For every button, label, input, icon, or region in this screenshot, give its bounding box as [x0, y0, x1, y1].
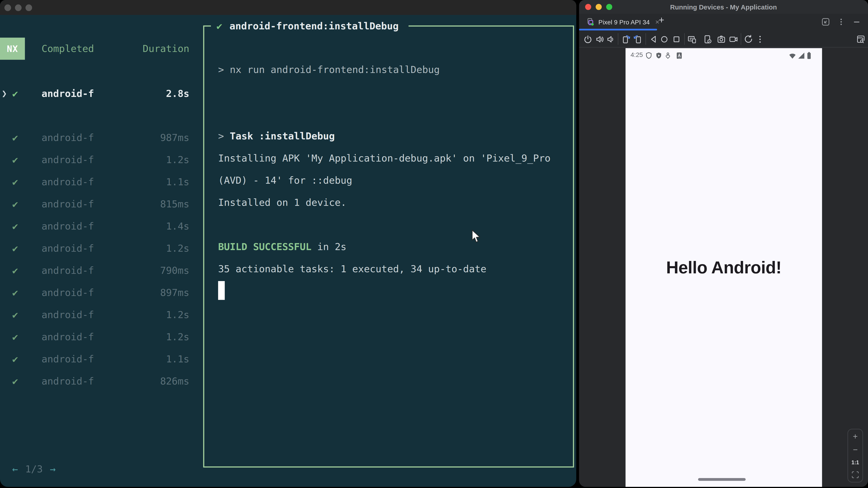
float-window-icon[interactable] — [822, 18, 830, 26]
more-options-icon[interactable] — [755, 34, 765, 44]
terminal-titlebar[interactable] — [0, 0, 576, 15]
task-duration: 2.8s — [166, 88, 189, 99]
task-name: android-f — [41, 154, 94, 165]
output-line: > Task :installDebug — [218, 125, 569, 147]
terminal-window: NX Completed Duration ❯ ✔ android-f 2.8s… — [0, 0, 576, 487]
minimize-window-icon[interactable] — [15, 4, 22, 11]
tab-label: Pixel 9 Pro API 34 — [598, 19, 650, 25]
device-toolbar — [579, 31, 868, 47]
task-row[interactable]: ✔ android-f 897ms — [0, 282, 194, 304]
check-icon: ✔ — [12, 243, 18, 254]
task-row[interactable]: ✔ android-f 1.1s — [0, 348, 194, 370]
task-row[interactable]: ✔ android-f 1.2s — [0, 304, 194, 326]
a-box-icon — [676, 52, 682, 59]
zoom-window-icon[interactable] — [26, 4, 32, 11]
check-icon: ✔ — [12, 354, 18, 365]
output-line — [218, 81, 569, 103]
tab-pixel-9-pro-api-34[interactable]: Pixel 9 Pro API 34 × — [579, 14, 659, 30]
task-name: android-f — [41, 265, 94, 276]
zoom-and-pan-icon[interactable] — [856, 34, 866, 44]
task-row-selected[interactable]: ❯ ✔ android-f 2.8s — [0, 83, 194, 105]
task-output-panel: ✔ android-frontend:installDebug > nx run… — [203, 26, 574, 468]
task-row[interactable]: ✔ android-f 826ms — [0, 370, 194, 392]
home-icon[interactable] — [659, 34, 669, 44]
emulator-display-area: 4:25 — [579, 48, 868, 487]
task-row[interactable]: ✔ android-f 815ms — [0, 193, 194, 215]
task-duration: 826ms — [160, 376, 189, 387]
task-duration: 1.2s — [166, 243, 189, 254]
actual-size-button[interactable]: 1:1 — [851, 459, 859, 465]
close-window-icon[interactable] — [4, 4, 11, 11]
task-row[interactable]: ✔ android-f 1.2s — [0, 326, 194, 348]
task-name: android-f — [41, 376, 94, 387]
output-line: Installing APK 'My Application-debug.apk… — [218, 147, 569, 169]
app-greeting-text: Hello Android! — [625, 258, 822, 278]
task-name: android-f — [41, 199, 94, 210]
task-duration: 897ms — [160, 287, 189, 298]
power-icon[interactable] — [583, 34, 593, 44]
task-duration: 815ms — [160, 199, 189, 210]
next-page-button[interactable]: → — [50, 464, 56, 475]
output-line: > nx run android-frontend:installDebug — [218, 59, 569, 81]
desktop: NX Completed Duration ❯ ✔ android-f 2.8s… — [0, 0, 868, 488]
task-duration: 987ms — [160, 132, 189, 143]
record-screen-icon[interactable] — [728, 34, 739, 44]
task-duration: 790ms — [160, 265, 189, 276]
volume-down-icon[interactable] — [606, 34, 616, 44]
output-line — [218, 103, 569, 125]
wifi-icon — [789, 52, 796, 59]
terminal-output[interactable]: > nx run android-frontend:installDebug> … — [218, 59, 569, 302]
task-row[interactable]: ✔ android-f 1.2s — [0, 149, 194, 171]
hide-icon[interactable] — [852, 18, 861, 26]
output-line — [218, 214, 569, 236]
add-device-tab-button[interactable]: + — [659, 15, 664, 26]
task-row[interactable]: ✔ android-f 1.2s — [0, 237, 194, 260]
previous-page-button[interactable]: ← — [12, 464, 18, 475]
zoom-in-button[interactable]: + — [853, 433, 858, 440]
studio-titlebar[interactable]: Running Devices - My Application — [579, 0, 868, 14]
minimize-window-icon[interactable] — [596, 4, 602, 10]
device-settings-icon[interactable] — [703, 34, 712, 44]
battery-icon — [807, 52, 811, 59]
duration-column-header: Duration — [143, 43, 189, 54]
check-icon: ✔ — [12, 88, 18, 99]
task-duration: 1.2s — [166, 154, 189, 165]
assistant-icon — [665, 52, 671, 59]
overview-icon[interactable] — [672, 34, 682, 44]
task-row[interactable]: ✔ android-f 987ms — [0, 127, 194, 149]
task-name: android-f — [41, 331, 94, 343]
rotate-left-icon[interactable] — [621, 34, 631, 44]
task-row[interactable]: ✔ android-f 1.4s — [0, 215, 194, 237]
selected-chevron-icon: ❯ — [2, 88, 7, 99]
task-duration: 1.1s — [166, 354, 189, 365]
check-icon: ✔ — [12, 309, 18, 320]
output-line: BUILD SUCCESSFUL in 2s — [218, 236, 569, 258]
check-icon: ✔ — [12, 176, 18, 188]
active-tab-indicator — [579, 29, 657, 30]
snapshots-icon[interactable] — [687, 34, 697, 44]
check-icon: ✔ — [12, 199, 18, 210]
device-screen[interactable]: 4:25 — [625, 48, 822, 487]
running-devices-window: Running Devices - My Application Pixel 9… — [579, 0, 868, 487]
rotate-right-icon[interactable] — [633, 34, 643, 44]
navigation-handle[interactable] — [698, 478, 746, 481]
back-icon[interactable] — [649, 34, 659, 44]
task-row[interactable]: ✔ android-f 1.1s — [0, 171, 194, 193]
task-name: android-f — [41, 287, 94, 298]
terminal-cursor — [218, 281, 225, 300]
output-line: (AVD) - 14' for ::debug — [218, 169, 569, 191]
output-line: Installed on 1 device. — [218, 191, 569, 214]
output-line: 35 actionable tasks: 1 executed, 34 up-t… — [218, 258, 569, 280]
volume-up-icon[interactable] — [595, 34, 605, 44]
task-row[interactable]: ✔ android-f 790ms — [0, 260, 194, 282]
mouse-cursor — [472, 230, 481, 243]
zoom-window-icon[interactable] — [606, 4, 612, 10]
zoom-out-button[interactable]: − — [853, 446, 858, 454]
fit-screen-icon[interactable] — [851, 471, 859, 479]
more-vertical-icon[interactable] — [837, 18, 845, 26]
reset-icon[interactable] — [743, 34, 753, 44]
take-screenshot-icon[interactable] — [716, 34, 726, 44]
completed-column-header: Completed — [41, 43, 94, 54]
status-bar-time: 4:25 — [630, 52, 643, 58]
close-window-icon[interactable] — [585, 4, 591, 10]
